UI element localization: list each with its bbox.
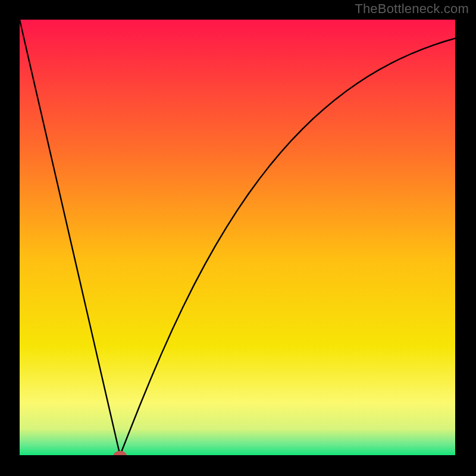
gradient-background [20,20,455,455]
chart-outer-frame: TheBottleneck.com [0,0,476,476]
plot-area [20,20,455,455]
attribution-text: TheBottleneck.com [355,1,469,17]
bottleneck-chart [20,20,455,455]
